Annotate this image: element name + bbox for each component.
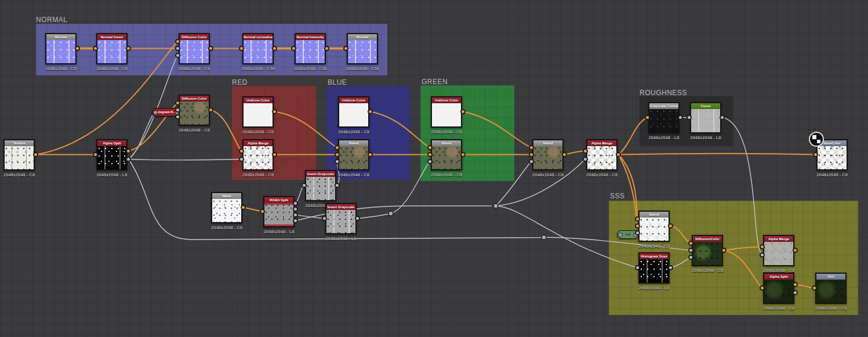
output-port[interactable] — [241, 205, 246, 210]
output-port[interactable] — [126, 148, 131, 154]
input-port[interactable] — [93, 152, 98, 157]
input-port[interactable] — [618, 233, 623, 237]
input-port[interactable] — [427, 152, 433, 157]
node-diffusion-color-sss[interactable]: DiffusionColor 2048x2048 - C8 — [692, 235, 723, 266]
input-port[interactable] — [529, 145, 534, 150]
input-port[interactable] — [291, 46, 296, 51]
node-sss-output[interactable]: SSS 2048x2048 - C8 — [815, 273, 847, 304]
node-graph-canvas[interactable]: NORMAL RED BLUE GREEN ROUGHNESS SSS — [0, 0, 868, 337]
output-port[interactable] — [75, 46, 80, 51]
output-port[interactable] — [793, 282, 798, 287]
input-port[interactable] — [687, 115, 692, 120]
output-port[interactable] — [272, 46, 277, 51]
node-normal-normalise[interactable]: Normal normalise 2048x2048 - C16 — [242, 33, 274, 64]
input-port[interactable] — [583, 148, 588, 154]
input-port[interactable] — [427, 145, 433, 150]
node-histogram-scan[interactable]: Histogram Scan 2048x2048 - L8 — [638, 252, 670, 284]
output-port[interactable] — [33, 152, 38, 157]
input-port[interactable] — [175, 53, 180, 58]
output-port[interactable] — [793, 290, 798, 295]
output-port[interactable] — [616, 152, 621, 157]
output-port[interactable] — [335, 183, 340, 188]
node-alpha-merge-sss[interactable]: Alpha Merge 2048x2048 - C8 — [763, 235, 794, 266]
input-port[interactable] — [529, 152, 534, 157]
output-port[interactable] — [793, 248, 798, 253]
input-port[interactable] — [93, 46, 98, 51]
node-alpha-split[interactable]: Alpha Split 2048x2048 - L8 — [96, 139, 128, 171]
input-port[interactable] — [812, 285, 817, 291]
node-blend-green[interactable]: Blend 2048x2048 - C8 — [431, 139, 462, 171]
input-port[interactable] — [645, 115, 650, 120]
node-blend-blue[interactable]: Blend 2048x2048 - C8 — [338, 139, 369, 171]
node-rgba-split[interactable]: RGBA Split 2048x2048 - L8 — [263, 196, 295, 227]
node-alpha-split-sss[interactable]: Alpha Split 2048x2048 - C8 — [763, 273, 794, 304]
input-port[interactable] — [760, 252, 765, 258]
input-port[interactable] — [260, 209, 265, 214]
input-port[interactable] — [583, 157, 588, 162]
input-port[interactable] — [175, 39, 180, 44]
output-port[interactable] — [668, 223, 673, 229]
node-uniform-color-blue[interactable]: Uniform Color 2048x2048 - C8 — [338, 96, 369, 128]
input-port[interactable] — [760, 285, 765, 291]
node-normal-invert[interactable]: Normal Invert 2048x2048 - C8 — [96, 33, 128, 64]
output-port[interactable] — [126, 46, 131, 51]
node-diffusion-color-normal[interactable]: Diffusion Color 2048x2048 - C8 — [179, 33, 210, 64]
input-port[interactable] — [239, 157, 244, 162]
input-port[interactable] — [529, 159, 534, 164]
input-port[interactable] — [175, 46, 180, 51]
node-texture-input[interactable]: Texture 2048x2048 - C8 — [3, 139, 35, 171]
input-port[interactable] — [760, 244, 765, 249]
input-port[interactable] — [635, 216, 640, 222]
input-port[interactable] — [175, 114, 180, 119]
input-port[interactable] — [175, 100, 180, 106]
output-port[interactable] — [720, 115, 725, 120]
input-port[interactable] — [175, 107, 180, 113]
input-port[interactable] — [335, 159, 340, 164]
input-port[interactable] — [302, 183, 307, 188]
input-port[interactable] — [688, 255, 693, 260]
node-normal-1[interactable]: Normal 2048x2048 - C8 — [45, 33, 77, 64]
node-grayscale-conversion[interactable]: Grayscale Conversion 2048x2048 - L8 — [648, 102, 680, 133]
node-blend-main[interactable]: Blend 2048x2048 - C8 — [532, 139, 564, 171]
input-port[interactable] — [427, 159, 433, 164]
node-diffusion-color[interactable]: Diffusion Color 2048x2048 - C8 — [179, 95, 210, 126]
output-port[interactable] — [668, 265, 673, 270]
input-port[interactable] — [688, 241, 693, 246]
node-normal-output[interactable]: Normal 2048x2048 - C16 — [347, 33, 378, 64]
output-port[interactable] — [293, 218, 298, 223]
node-invert-grayscale-1[interactable]: Invert Grayscale 2048x2048 - L8 — [305, 170, 336, 201]
output-port[interactable] — [678, 115, 683, 120]
input-port[interactable] — [688, 248, 693, 253]
output-port[interactable] — [272, 152, 277, 157]
output-port[interactable] — [368, 109, 373, 114]
input-port[interactable] — [635, 223, 640, 229]
output-port[interactable] — [368, 152, 373, 157]
output-port[interactable] — [324, 46, 329, 51]
node-alpha-merge-red[interactable]: Alpha Merge 2048x2048 - C8 — [242, 139, 274, 171]
input-port[interactable] — [635, 230, 640, 235]
output-port[interactable] — [208, 46, 213, 51]
output-port[interactable] — [293, 212, 298, 218]
node-mask[interactable]: Mask 2048x2048 - C8 — [211, 192, 242, 223]
output-port[interactable] — [208, 107, 213, 113]
node-uniform-color-red[interactable]: Uniform Color 2048x2048 - C8 — [242, 96, 274, 128]
output-port[interactable] — [562, 152, 567, 157]
node-uniform-color-green[interactable]: Uniform Color 2048x2048 - C8 — [431, 96, 462, 128]
input-port[interactable] — [335, 152, 340, 157]
output-port[interactable] — [126, 157, 131, 162]
node-curve[interactable]: Curve 2048x2048 - L8 — [690, 102, 721, 133]
input-port[interactable] — [635, 265, 640, 270]
input-port[interactable] — [813, 152, 818, 157]
input-port[interactable] — [239, 46, 244, 51]
output-port[interactable] — [460, 152, 466, 157]
output-port[interactable] — [721, 248, 727, 253]
output-port[interactable] — [355, 216, 360, 221]
input-port[interactable] — [343, 46, 348, 51]
node-blend-sss[interactable]: Blend 2048x2048 - C8 — [638, 211, 670, 242]
output-port[interactable] — [272, 109, 277, 114]
node-invert-grayscale-2[interactable]: Invert Grayscale 2048x2048 - L8 — [325, 203, 357, 234]
input-port[interactable] — [335, 145, 340, 150]
output-port[interactable] — [460, 109, 466, 114]
node-normal-intensity[interactable]: Normal Intensity 2048x2048 - C16 — [295, 33, 326, 64]
node-alpha-merge-main[interactable]: Alpha Merge 2048x2048 - C8 — [586, 139, 618, 171]
